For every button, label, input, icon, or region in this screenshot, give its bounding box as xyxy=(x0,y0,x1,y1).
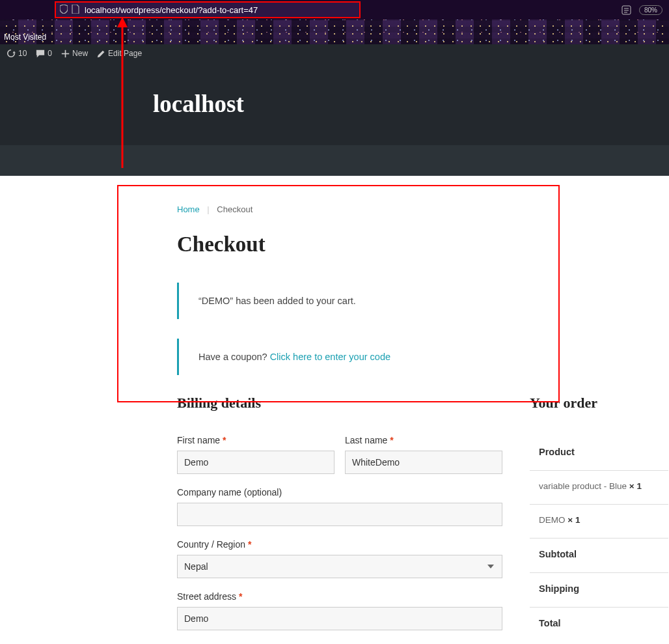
order-total: Total xyxy=(530,607,668,641)
url-text: localhost/wordpress/checkout/?add-to-car… xyxy=(83,5,258,15)
browser-url-bar: localhost/wordpress/checkout/?add-to-car… xyxy=(0,0,669,20)
most-visited-link[interactable]: Most Visited xyxy=(4,33,46,42)
reader-mode-icon[interactable] xyxy=(621,5,631,15)
order-shipping: Shipping xyxy=(530,572,668,607)
site-header: localhost xyxy=(0,63,669,145)
svg-marker-5 xyxy=(117,17,128,27)
zoom-badge[interactable]: 80% xyxy=(639,5,662,15)
breadcrumb-separator: | xyxy=(207,204,209,214)
street-field[interactable] xyxy=(177,607,502,630)
last-name-label: Last name * xyxy=(345,435,502,445)
notice-text: “DEMO” has been added to your cart. xyxy=(198,296,356,306)
wp-updates-count: 10 xyxy=(18,49,27,58)
cart-added-notice: “DEMO” has been added to your cart. xyxy=(177,283,668,319)
breadcrumb-current: Checkout xyxy=(217,204,253,214)
order-item: DEMO × 1 xyxy=(530,504,668,538)
shield-icon xyxy=(60,5,68,16)
first-name-label: First name * xyxy=(177,435,334,445)
order-table: Product variable product - Blue × 1 DEMO… xyxy=(530,435,668,641)
company-field[interactable] xyxy=(177,503,502,526)
wp-new-label: New xyxy=(72,49,88,58)
street-label: Street address * xyxy=(177,591,502,602)
url-box[interactable]: localhost/wordpress/checkout/?add-to-car… xyxy=(55,1,361,18)
order-heading: Your order xyxy=(530,395,668,412)
breadcrumb: Home | Checkout xyxy=(177,204,668,214)
coupon-notice: Have a coupon? Click here to enter your … xyxy=(177,339,668,375)
browser-theme-background xyxy=(0,20,669,44)
company-label: Company name (optional) xyxy=(177,487,502,497)
last-name-field[interactable] xyxy=(345,451,502,474)
header-spacer xyxy=(0,145,669,176)
wp-updates[interactable]: 10 xyxy=(7,49,27,58)
site-title[interactable]: localhost xyxy=(153,90,669,118)
page-icon xyxy=(72,5,79,16)
annotation-arrow xyxy=(116,17,129,168)
wp-comments-count: 0 xyxy=(48,49,52,58)
order-product-header: Product xyxy=(530,435,668,470)
billing-heading: Billing details xyxy=(177,395,502,412)
page-title: Checkout xyxy=(177,232,668,257)
wp-admin-bar: 10 0 New Edit Page xyxy=(0,44,669,63)
content-area: Home | Checkout Checkout “DEMO” has been… xyxy=(0,176,669,644)
coupon-prompt: Have a coupon? xyxy=(198,352,270,362)
order-item: variable product - Blue × 1 xyxy=(530,470,668,504)
order-subtotal: Subtotal xyxy=(530,538,668,572)
breadcrumb-home[interactable]: Home xyxy=(177,204,200,214)
first-name-field[interactable] xyxy=(177,451,334,474)
coupon-link[interactable]: Click here to enter your code xyxy=(270,352,390,362)
country-label: Country / Region * xyxy=(177,539,502,550)
country-select[interactable]: Nepal xyxy=(177,555,502,578)
wp-comments[interactable]: 0 xyxy=(36,49,52,58)
svg-marker-6 xyxy=(13,51,16,54)
wp-new[interactable]: New xyxy=(61,49,88,58)
